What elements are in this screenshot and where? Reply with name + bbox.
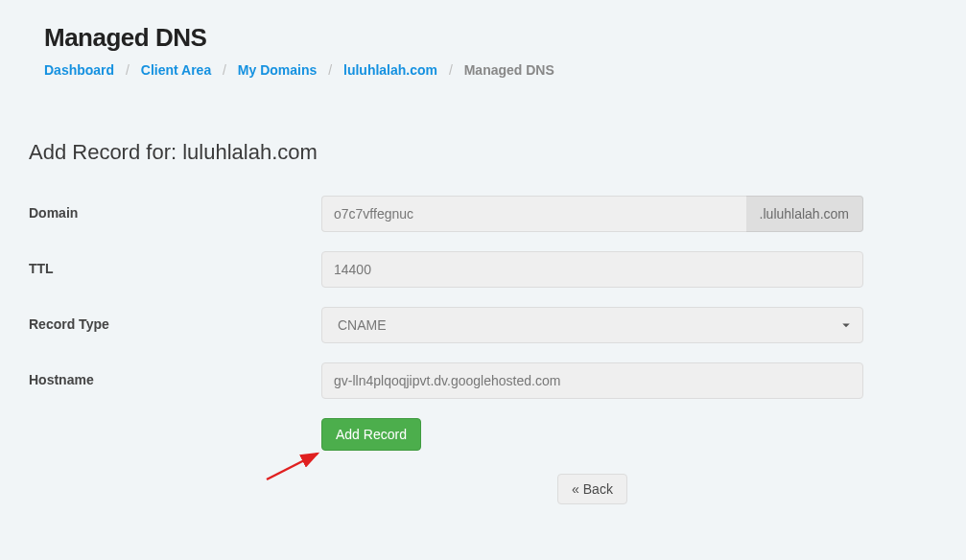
breadcrumb-link-my-domains[interactable]: My Domains xyxy=(238,62,317,78)
domain-input[interactable] xyxy=(321,196,746,232)
breadcrumb: Dashboard / Client Area / My Domains / l… xyxy=(44,62,922,78)
breadcrumb-separator: / xyxy=(223,62,226,78)
domain-suffix: .luluhlalah.com xyxy=(746,196,863,232)
breadcrumb-link-domain[interactable]: luluhlalah.com xyxy=(343,62,437,78)
breadcrumb-link-client-area[interactable]: Client Area xyxy=(141,62,211,78)
breadcrumb-link-dashboard[interactable]: Dashboard xyxy=(44,62,114,78)
add-record-button[interactable]: Add Record xyxy=(321,418,421,451)
breadcrumb-separator: / xyxy=(449,62,453,78)
ttl-label: TTL xyxy=(29,251,321,276)
breadcrumb-separator: / xyxy=(328,62,332,78)
page-title: Managed DNS xyxy=(44,23,922,53)
domain-label: Domain xyxy=(29,196,321,221)
section-heading: Add Record for: luluhlalah.com xyxy=(29,140,937,165)
back-button[interactable]: « Back xyxy=(557,474,627,504)
breadcrumb-current: Managed DNS xyxy=(464,62,554,78)
record-type-label: Record Type xyxy=(29,307,321,332)
hostname-label: Hostname xyxy=(29,362,321,387)
ttl-input[interactable] xyxy=(321,251,863,288)
hostname-input[interactable] xyxy=(321,362,863,399)
record-type-select[interactable]: CNAME xyxy=(321,307,863,343)
breadcrumb-separator: / xyxy=(126,62,130,78)
